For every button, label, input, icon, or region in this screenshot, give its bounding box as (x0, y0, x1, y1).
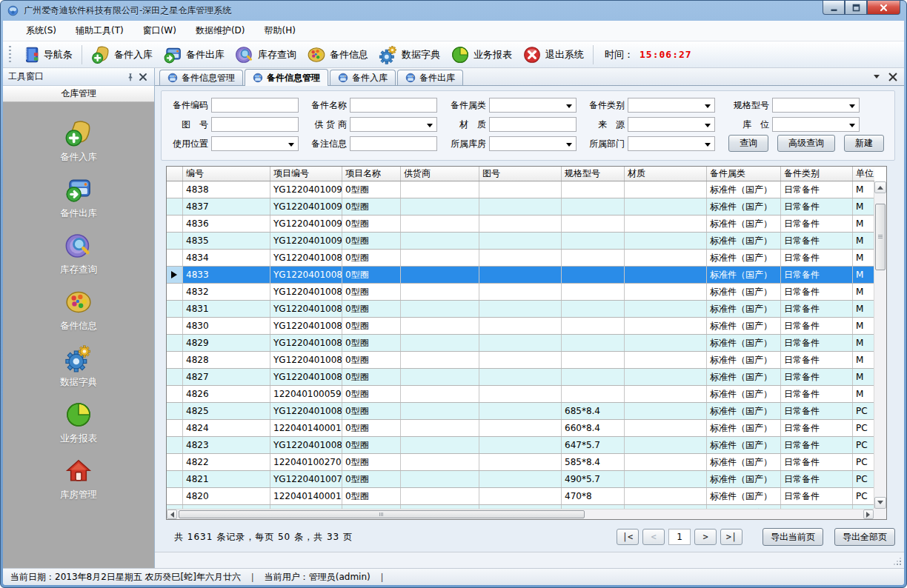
table-row[interactable]: 4830YG122040100850型圈标准件（国产）日常备件M (167, 318, 874, 335)
vertical-scrollbar-thumb[interactable] (875, 204, 886, 270)
scroll-down-arrow-icon[interactable] (874, 497, 886, 509)
toolbar-button-业务报表[interactable]: 业务报表 (445, 43, 517, 67)
row-selector[interactable] (167, 216, 183, 232)
sidebar-item-业务报表[interactable]: 业务报表 (3, 395, 154, 452)
toolbar-button-备件出库[interactable]: 备件出库 (158, 43, 230, 67)
vertical-scrollbar[interactable] (874, 181, 886, 509)
table-row[interactable]: 4835YG122040100900型圈标准件（国产）日常备件M (167, 233, 874, 250)
toolbar-button-退出系统[interactable]: 退出系统 (517, 43, 589, 67)
table-row[interactable]: 4827YG122040100820型圈标准件（国产）日常备件M (167, 369, 874, 386)
search-input-备件编码[interactable] (211, 98, 299, 113)
table-row[interactable]: 482612204010005990型圈标准件（国产）日常备件M (167, 386, 874, 403)
grid-column-header-图号[interactable]: 图号 (479, 167, 562, 181)
tab-3-备件入库[interactable]: 备件入库 (330, 70, 396, 85)
row-selector[interactable] (167, 335, 183, 351)
table-row[interactable]: 4837YG122040100920型圈标准件（国产）日常备件M (167, 198, 874, 216)
row-selector[interactable] (167, 369, 183, 385)
sidebar-item-数据字典[interactable]: 数据字典 (3, 339, 154, 395)
scroll-right-arrow-icon[interactable] (863, 510, 874, 519)
row-selector[interactable] (167, 437, 183, 453)
row-selector[interactable] (167, 198, 183, 215)
row-selector[interactable] (167, 301, 183, 317)
menu-item-1[interactable]: 系统(S) (16, 21, 66, 41)
export-all-pages-button[interactable]: 导出全部页 (834, 528, 895, 546)
grid-column-header-备件类别[interactable]: 备件类别 (781, 167, 853, 181)
search-select-使用位置[interactable] (211, 136, 299, 151)
grid-column-header-规格型号[interactable]: 规格型号 (562, 167, 625, 181)
row-selector[interactable] (167, 471, 183, 487)
table-row[interactable]: 4831YG122040100860型圈标准件（国产）日常备件M (167, 301, 874, 318)
first-page-button[interactable]: |< (617, 529, 639, 545)
row-selector[interactable] (167, 488, 183, 504)
table-row[interactable]: 482212204010027000型圈585*8.4标准件（国产）日常备件PC (167, 454, 874, 471)
row-selector[interactable] (167, 250, 183, 266)
grid-column-header-单位[interactable]: 单位 (853, 167, 874, 181)
last-page-button[interactable]: >| (720, 529, 742, 545)
maximize-button[interactable] (845, 1, 867, 15)
table-row[interactable]: 4838YG122040100930型圈标准件（国产）日常备件M (167, 181, 874, 198)
row-selector[interactable] (167, 284, 183, 300)
horizontal-scrollbar-thumb[interactable] (179, 510, 585, 518)
prev-page-button[interactable]: < (642, 529, 665, 545)
row-selector[interactable] (167, 318, 183, 334)
scroll-left-arrow-icon[interactable] (167, 510, 177, 519)
pin-button[interactable] (124, 70, 136, 83)
next-page-button[interactable]: > (694, 529, 717, 545)
tab-2-备件信息管理[interactable]: 备件信息管理 (245, 69, 328, 86)
row-selector[interactable] (167, 420, 183, 436)
table-row[interactable]: 4829YG122040100840型圈标准件（国产）日常备件M (167, 335, 874, 352)
grid-column-header-材质[interactable]: 材质 (625, 167, 707, 181)
horizontal-scrollbar[interactable] (167, 509, 874, 519)
menu-item-5[interactable]: 帮助(H) (255, 21, 305, 41)
tab-list-dropdown-icon[interactable] (874, 75, 880, 81)
menu-item-3[interactable]: 窗口(W) (133, 21, 186, 41)
minimize-button[interactable] (823, 1, 845, 15)
scroll-up-arrow-icon[interactable] (874, 181, 886, 193)
toolbar-button-库存查询[interactable]: 库存查询 (230, 43, 302, 67)
tab-1-备件信息管理[interactable]: 备件信息管理 (159, 70, 243, 85)
toolbar-button-备件信息[interactable]: 备件信息 (302, 43, 373, 67)
row-selector[interactable] (167, 267, 183, 283)
export-current-page-button[interactable]: 导出当前页 (763, 528, 823, 546)
table-row[interactable]: 4825YG122040100810型圈685*8.4标准件（国产）日常备件PC (167, 403, 874, 420)
search-select-所属部门[interactable] (628, 136, 715, 151)
sidebar-item-库房管理[interactable]: 库房管理 (3, 452, 154, 508)
row-selector[interactable] (167, 352, 183, 368)
search-input-材质[interactable] (489, 117, 577, 132)
row-selector[interactable] (167, 403, 183, 419)
row-selector[interactable] (167, 386, 183, 402)
search-select-备件类别[interactable] (628, 98, 715, 113)
grid-column-header-项目编号[interactable]: 项目编号 (270, 167, 342, 181)
sidebar-item-库存查询[interactable]: 库存查询 (3, 227, 154, 283)
new-button[interactable]: 新建 (844, 135, 884, 152)
row-selector[interactable] (167, 233, 183, 249)
table-row[interactable]: 482012204014000130型圈470*8标准件（国产）日常备件PC (167, 488, 874, 505)
tab-4-备件出库[interactable]: 备件出库 (397, 70, 463, 85)
search-select-来源[interactable] (628, 117, 715, 132)
menu-item-2[interactable]: 辅助工具(T) (66, 21, 133, 41)
toolbar-button-备件入库[interactable]: 备件入库 (86, 43, 158, 67)
table-row[interactable]: 4833YG122040100880型圈标准件（国产）日常备件M (167, 267, 874, 284)
search-input-图号[interactable] (211, 117, 299, 132)
grid-column-header-供货商[interactable]: 供货商 (401, 167, 479, 181)
tool-window-close-button[interactable] (136, 70, 149, 83)
grid-column-header-编号[interactable]: 编号 (183, 167, 270, 181)
search-select-供货商[interactable] (350, 117, 437, 132)
search-select-备件属类[interactable] (489, 98, 577, 113)
table-row[interactable]: 4834YG122040100890型圈标准件（国产）日常备件M (167, 250, 874, 267)
toolbar-button-数据字典[interactable]: 数据字典 (373, 43, 445, 67)
sidebar-item-备件信息[interactable]: 备件信息 (3, 283, 154, 339)
table-row[interactable]: 4821YG122040100790型圈490*5.7标准件（国产）日常备件PC (167, 471, 874, 488)
row-selector[interactable] (167, 454, 183, 470)
toolbar-button-导航条[interactable]: 导航条 (16, 43, 78, 67)
toolbar-grip[interactable] (9, 46, 11, 64)
sidebar-item-备件入库[interactable]: 备件入库 (3, 114, 154, 170)
table-row[interactable]: 482412204014000120型圈660*8.4标准件（国产）日常备件PC (167, 420, 874, 437)
page-number-input[interactable]: 1 (668, 529, 691, 545)
row-selector[interactable] (167, 181, 183, 198)
search-select-规格型号[interactable] (772, 98, 860, 113)
query-button[interactable]: 查询 (728, 135, 768, 152)
search-select-库位[interactable] (772, 117, 860, 132)
search-input-备注信息[interactable] (350, 136, 437, 151)
resize-grip[interactable] (894, 558, 901, 565)
